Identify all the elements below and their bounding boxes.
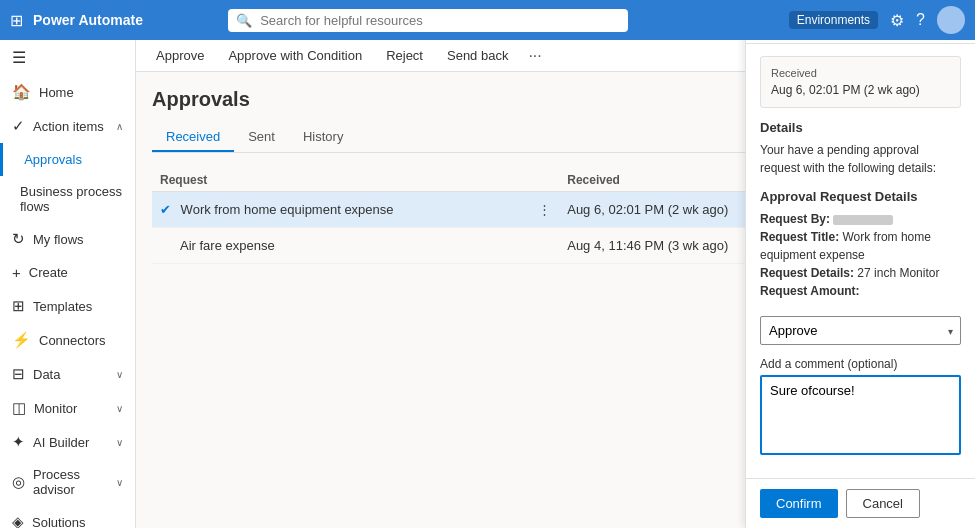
approve-button[interactable]: Approve	[152, 46, 208, 65]
data-chevron: ∨	[116, 369, 123, 380]
send-back-button[interactable]: Send back	[443, 46, 512, 65]
sidebar-home-label: Home	[39, 85, 123, 100]
approval-request-details: Approval Request Details Request By: Req…	[760, 189, 961, 300]
templates-icon: ⊞	[12, 297, 25, 315]
topbar: ⊞ Power Automate 🔍 Environments ⚙ ?	[0, 0, 975, 40]
sidebar-item-process-advisor[interactable]: ◎ Process advisor ∨	[0, 459, 135, 505]
approval-request-title: Approval Request Details	[760, 189, 961, 204]
sidebar-bp-label: Business process flows	[20, 184, 123, 214]
process-advisor-icon: ◎	[12, 473, 25, 491]
search-input[interactable]	[228, 9, 628, 32]
sidebar-connectors-label: Connectors	[39, 333, 123, 348]
sidebar-item-my-flows[interactable]: ↻ My flows	[0, 222, 135, 256]
approve-with-condition-button[interactable]: Approve with Condition	[224, 46, 366, 65]
help-icon[interactable]: ?	[916, 11, 925, 29]
monitor-chevron: ∨	[116, 403, 123, 414]
tab-history[interactable]: History	[289, 123, 357, 152]
environment-label[interactable]: Environments	[789, 11, 878, 29]
monitor-icon: ◫	[12, 399, 26, 417]
grid-icon[interactable]: ⊞	[10, 11, 23, 30]
request-by-label: Request By:	[760, 212, 830, 226]
row-options-icon[interactable]: ⋮	[538, 202, 551, 217]
side-panel: Respond: Approve ✕ Received Aug 6, 02:01…	[745, 40, 975, 528]
sidebar-item-approvals[interactable]: Approvals	[0, 143, 135, 176]
reject-button[interactable]: Reject	[382, 46, 427, 65]
row2-request: Air fare expense	[152, 228, 559, 264]
details-title: Details	[760, 120, 961, 135]
panel-body: Received Aug 6, 02:01 PM (2 wk ago) Deta…	[746, 44, 975, 478]
sidebar-myflows-label: My flows	[33, 232, 123, 247]
topbar-right: Environments ⚙ ?	[789, 6, 965, 34]
sidebar-item-home[interactable]: 🏠 Home	[0, 75, 135, 109]
sidebar-process-label: Process advisor	[33, 467, 108, 497]
avatar[interactable]	[937, 6, 965, 34]
sidebar-create-label: Create	[29, 265, 123, 280]
sidebar-approvals-label: Approvals	[24, 152, 123, 167]
received-value: Aug 6, 02:01 PM (2 wk ago)	[771, 83, 950, 97]
sidebar-ai-label: AI Builder	[33, 435, 108, 450]
create-icon: +	[12, 264, 21, 281]
search-container: 🔍	[228, 9, 628, 32]
dropdown-wrapper: Approve Reject ▾	[760, 316, 961, 345]
confirm-button[interactable]: Confirm	[760, 489, 838, 518]
my-flows-icon: ↻	[12, 230, 25, 248]
tab-received[interactable]: Received	[152, 123, 234, 152]
panel-footer: Confirm Cancel	[746, 478, 975, 528]
action-items-icon: ✓	[12, 117, 25, 135]
request-details-label: Request Details: 27 inch Monitor	[760, 266, 939, 280]
comment-input[interactable]: Sure ofcourse!	[760, 375, 961, 455]
panel-details: Details Your have a pending approval req…	[760, 120, 961, 177]
details-text: Your have a pending approval request wit…	[760, 141, 961, 177]
comment-label: Add a comment (optional)	[760, 357, 961, 371]
received-label: Received	[771, 67, 950, 79]
sidebar-item-ai-builder[interactable]: ✦ AI Builder ∨	[0, 425, 135, 459]
hamburger-button[interactable]: ☰	[0, 40, 135, 75]
action-items-chevron: ∧	[116, 121, 123, 132]
sidebar-item-business-process[interactable]: Business process flows	[0, 176, 135, 222]
sidebar: ☰ 🏠 Home ✓ Action items ∧ Approvals Busi…	[0, 40, 136, 528]
sidebar-item-data[interactable]: ⊟ Data ∨	[0, 357, 135, 391]
dropdown-container: Approve Reject ▾	[760, 316, 961, 345]
sidebar-item-monitor[interactable]: ◫ Monitor ∨	[0, 391, 135, 425]
settings-icon[interactable]: ⚙	[890, 11, 904, 30]
request-title-label: Request Title: Work from home equipment …	[760, 230, 931, 262]
app-logo: Power Automate	[33, 12, 143, 28]
content-area: Approve Approve with Condition Reject Se…	[136, 40, 975, 528]
connectors-icon: ⚡	[12, 331, 31, 349]
sidebar-item-action-items[interactable]: ✓ Action items ∧	[0, 109, 135, 143]
sidebar-item-connectors[interactable]: ⚡ Connectors	[0, 323, 135, 357]
request-amount-label: Request Amount:	[760, 284, 860, 298]
data-icon: ⊟	[12, 365, 25, 383]
approvals-icon	[12, 151, 16, 168]
sidebar-item-create[interactable]: + Create	[0, 256, 135, 289]
check-icon: ✔	[160, 202, 171, 217]
process-advisor-chevron: ∨	[116, 477, 123, 488]
col-request: Request	[152, 169, 559, 192]
home-icon: 🏠	[12, 83, 31, 101]
sidebar-templates-label: Templates	[33, 299, 123, 314]
sidebar-action-label: Action items	[33, 119, 108, 134]
solutions-icon: ◈	[12, 513, 24, 528]
ai-builder-icon: ✦	[12, 433, 25, 451]
sidebar-solutions-label: Solutions	[32, 515, 123, 529]
row1-request: ✔ Work from home equipment expense ⋮	[152, 192, 559, 228]
comment-section: Add a comment (optional) Sure ofcourse!	[760, 357, 961, 459]
sidebar-item-templates[interactable]: ⊞ Templates	[0, 289, 135, 323]
sidebar-item-solutions[interactable]: ◈ Solutions	[0, 505, 135, 528]
panel-received-section: Received Aug 6, 02:01 PM (2 wk ago)	[760, 56, 961, 108]
sidebar-data-label: Data	[33, 367, 108, 382]
cancel-button[interactable]: Cancel	[846, 489, 920, 518]
search-icon: 🔍	[236, 13, 252, 28]
main-layout: ☰ 🏠 Home ✓ Action items ∧ Approvals Busi…	[0, 40, 975, 528]
request-details-block: Request By: Request Title: Work from hom…	[760, 210, 961, 300]
ai-builder-chevron: ∨	[116, 437, 123, 448]
tab-sent[interactable]: Sent	[234, 123, 289, 152]
sidebar-monitor-label: Monitor	[34, 401, 108, 416]
more-actions-button[interactable]: ···	[528, 47, 541, 65]
request-by-redacted	[833, 215, 893, 225]
response-dropdown[interactable]: Approve Reject	[760, 316, 961, 345]
